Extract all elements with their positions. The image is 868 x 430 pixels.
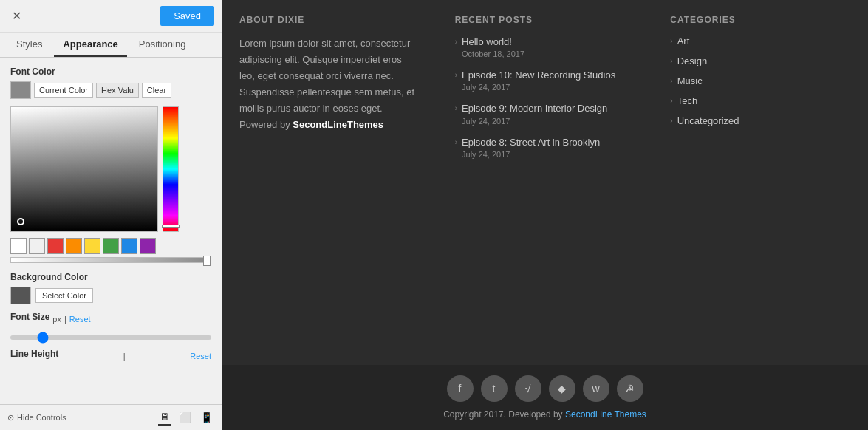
copyright-link[interactable]: SecondLine Themes	[565, 409, 646, 420]
bg-color-section: Background Color Select Color	[10, 272, 211, 304]
font-color-label: Font Color	[10, 66, 211, 77]
list-item: › Episode 10: New Recording Studios July…	[455, 69, 635, 92]
chevron-right-icon: ›	[670, 97, 672, 105]
select-color-button[interactable]: Select Color	[35, 288, 93, 303]
hue-handle[interactable]	[162, 225, 180, 228]
recent-posts-column: RECENT POSTS › Hello world! October 18, …	[437, 0, 653, 365]
post-title[interactable]: Hello world!	[462, 35, 524, 49]
font-size-section: Font Size px | Reset	[10, 312, 211, 343]
chevron-right-icon: ›	[670, 77, 672, 85]
font-size-unit: px	[52, 315, 61, 324]
swatch-green[interactable]	[103, 238, 119, 254]
line-height-label: Line Height	[10, 349, 58, 359]
hide-controls-label: Hide Controls	[17, 413, 66, 422]
list-item: › Art	[670, 35, 850, 47]
color-swatches	[10, 238, 211, 254]
list-item: › Tech	[670, 95, 850, 106]
about-column: ABOUT DIXIE Lorem ipsum dolor sit amet, …	[222, 0, 437, 365]
copyright-label: Copyright 2017. Developed by	[443, 409, 565, 420]
recent-posts-title: RECENT POSTS	[455, 15, 635, 25]
line-height-row: Line Height | Reset	[10, 349, 211, 364]
about-brand-link[interactable]: SecondLineThemes	[293, 119, 383, 130]
about-body: Lorem ipsum dolor sit amet, consectetur …	[239, 35, 420, 134]
hue-slider[interactable]	[163, 106, 179, 232]
chevron-right-icon: ›	[455, 71, 457, 79]
chevron-right-icon: ›	[670, 117, 672, 125]
list-item: › Episode 9: Modern Interior Design July…	[455, 102, 635, 125]
hex-value-button[interactable]: Hex Valu	[96, 83, 139, 98]
social-rss-icon[interactable]: √	[515, 375, 541, 402]
hide-controls-icon: ⊙	[7, 413, 14, 423]
hue-slider-container	[163, 106, 179, 232]
font-size-slider[interactable]	[10, 335, 211, 340]
top-bar: ✕ Saved	[0, 0, 222, 33]
category-name[interactable]: Design	[677, 55, 707, 66]
bg-color-row: Select Color	[10, 287, 211, 304]
post-date: July 24, 2017	[462, 83, 615, 92]
opacity-slider-row	[10, 257, 211, 263]
social-twitter-icon[interactable]: t	[481, 375, 508, 402]
left-panel: ✕ Saved Styles Appearance Positioning Fo…	[0, 0, 222, 430]
social-facebook-icon[interactable]: f	[447, 375, 474, 402]
post-title[interactable]: Episode 9: Modern Interior Design	[462, 102, 607, 115]
category-name[interactable]: Uncategorized	[677, 115, 739, 126]
mobile-view-button[interactable]: 📱	[199, 409, 214, 426]
opacity-handle[interactable]	[203, 256, 211, 266]
category-name[interactable]: Tech	[677, 95, 697, 106]
post-date: October 18, 2017	[462, 50, 524, 58]
footer: f t √ ◆ w ☭ Copyright 2017. Developed by…	[222, 365, 868, 430]
current-color-swatch[interactable]	[10, 81, 31, 99]
post-date: July 24, 2017	[462, 150, 600, 159]
view-icons: 🖥 ⬜ 📱	[158, 409, 214, 426]
social-soundcloud-icon[interactable]: ☭	[617, 375, 643, 402]
tab-appearance[interactable]: Appearance	[54, 33, 126, 57]
tabs-bar: Styles Appearance Positioning	[0, 33, 222, 58]
swatch-purple[interactable]	[140, 238, 156, 254]
post-date: July 24, 2017	[462, 117, 607, 126]
close-button[interactable]: ✕	[7, 7, 26, 24]
list-item: › Music	[670, 75, 850, 86]
bg-color-swatch[interactable]	[10, 287, 31, 304]
post-title[interactable]: Episode 10: New Recording Studios	[462, 69, 615, 82]
list-item: › Episode 8: Street Art in Brooklyn July…	[455, 136, 635, 159]
opacity-track[interactable]	[10, 257, 211, 263]
category-name[interactable]: Art	[677, 35, 690, 47]
color-gradient[interactable]	[10, 106, 158, 232]
list-item: › Design	[670, 55, 850, 66]
desktop-view-button[interactable]: 🖥	[158, 409, 171, 426]
current-color-button[interactable]: Current Color	[34, 83, 93, 98]
tab-positioning[interactable]: Positioning	[130, 33, 195, 57]
swatch-yellow[interactable]	[84, 238, 100, 254]
social-podcast-icon[interactable]: ◆	[549, 375, 575, 402]
chevron-right-icon: ›	[455, 104, 457, 112]
about-text: Lorem ipsum dolor sit amet, consectetur …	[239, 38, 414, 130]
right-panel: ABOUT DIXIE Lorem ipsum dolor sit amet, …	[222, 0, 868, 430]
font-size-row: Font Size px | Reset	[10, 312, 211, 327]
social-wordpress-icon[interactable]: w	[583, 375, 609, 402]
color-handle[interactable]	[17, 218, 24, 225]
post-list: › Hello world! October 18, 2017 › Episod…	[455, 35, 635, 159]
swatch-orange[interactable]	[66, 238, 82, 254]
main-content: ABOUT DIXIE Lorem ipsum dolor sit amet, …	[222, 0, 868, 365]
line-height-reset[interactable]: Reset	[190, 352, 211, 361]
categories-column: CATEGORIES › Art › Design › Music › Tech	[652, 0, 868, 365]
clear-color-button[interactable]: Clear	[142, 83, 171, 98]
swatch-white[interactable]	[10, 238, 27, 254]
post-info: Episode 10: New Recording Studios July 2…	[462, 69, 615, 92]
swatch-blue[interactable]	[121, 238, 137, 254]
font-size-reset[interactable]: Reset	[69, 315, 91, 324]
hide-controls[interactable]: ⊙ Hide Controls	[7, 413, 66, 423]
tablet-view-button[interactable]: ⬜	[177, 409, 193, 426]
post-title[interactable]: Episode 8: Street Art in Brooklyn	[462, 136, 600, 149]
chevron-right-icon: ›	[670, 57, 672, 65]
category-name[interactable]: Music	[677, 75, 703, 86]
about-title: ABOUT DIXIE	[239, 15, 420, 25]
saved-button[interactable]: Saved	[160, 6, 214, 26]
panel-content: Font Color Current Color Hex Valu Clear	[0, 58, 222, 404]
swatch-lightgray[interactable]	[29, 238, 45, 254]
tab-styles[interactable]: Styles	[7, 33, 51, 57]
font-size-sep: |	[64, 315, 66, 324]
swatch-red[interactable]	[47, 238, 64, 254]
chevron-right-icon: ›	[670, 37, 672, 45]
font-color-row: Current Color Hex Valu Clear	[10, 81, 211, 99]
